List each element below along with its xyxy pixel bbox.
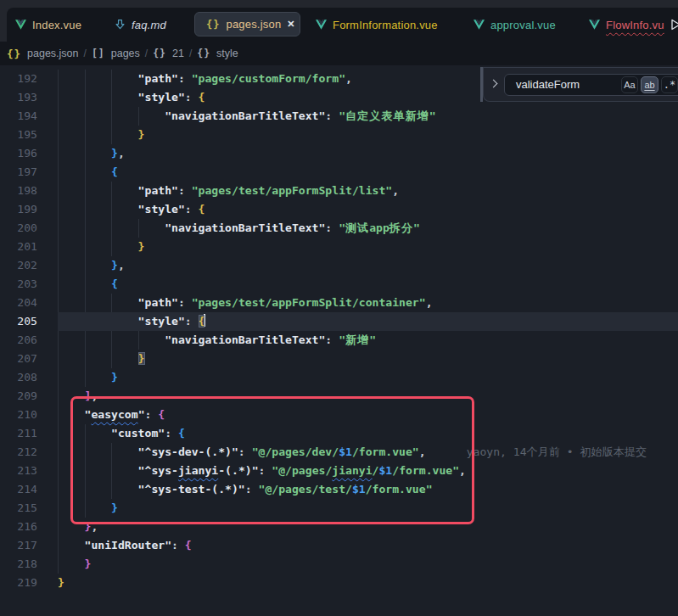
line-number: 213 — [0, 462, 37, 480]
line-number: 201 — [0, 238, 37, 256]
tab-forminformation-vue[interactable]: FormInformation.vue — [316, 8, 438, 42]
json-file-icon: {} — [7, 48, 21, 60]
breadcrumb-separator: / — [84, 48, 87, 59]
match-case-button[interactable]: Aa — [621, 76, 638, 93]
symbol-object-icon: {} — [153, 48, 166, 59]
code-line[interactable]: 195 } — [0, 126, 678, 144]
symbol-array-icon: [] — [92, 48, 105, 59]
line-number: 193 — [0, 88, 37, 107]
code-line[interactable]: 217 "uniIdRouter": { — [0, 536, 678, 555]
code-line[interactable]: 205 "style": { — [0, 312, 678, 331]
line-number: 210 — [0, 406, 37, 424]
line-number: 209 — [0, 387, 37, 406]
code-line[interactable]: 211 "custom": { — [0, 424, 678, 443]
code-line[interactable]: 196 }, — [0, 144, 678, 163]
line-number: 194 — [0, 107, 37, 126]
line-number: 214 — [0, 480, 37, 499]
line-number: 215 — [0, 499, 37, 518]
code-line[interactable]: 202 }, — [0, 256, 678, 275]
line-number: 216 — [0, 518, 37, 536]
vue-icon — [473, 20, 485, 30]
code-line[interactable]: 207 } — [0, 350, 678, 368]
line-number: 218 — [0, 555, 37, 574]
markdown-arrow-icon — [115, 19, 126, 31]
close-icon[interactable]: ✕ — [287, 20, 294, 29]
code-line[interactable]: 214 "^sys-test-(.*)": "@/pages/test/$1/f… — [0, 480, 678, 499]
tab-flowinfo-vue[interactable]: FlowInfo.vu — [589, 8, 664, 42]
code-line[interactable]: 210 "easycom": { — [0, 406, 678, 424]
tab-label: faq.md — [132, 19, 166, 31]
breadcrumb-separator: / — [189, 48, 192, 59]
tab-pages-json[interactable]: {} pages.json ✕ — [194, 12, 300, 36]
breadcrumb: {} pages.json / [] pages / {} 21 / {} st… — [0, 42, 678, 65]
code-line[interactable]: 212 "^sys-dev-(.*)": "@/pages/dev/$1/for… — [0, 443, 678, 462]
line-number: 200 — [0, 219, 37, 238]
breadcrumb-item-style[interactable]: style — [216, 48, 238, 59]
text-cursor — [204, 314, 205, 327]
find-widget: validateForm Aa ab .* — [480, 67, 678, 102]
find-input[interactable]: validateForm Aa ab .* — [504, 74, 678, 96]
line-number: 206 — [0, 331, 37, 350]
line-number: 208 — [0, 368, 37, 387]
code-editor[interactable]: 192 "path": "pages/customForm/form",193 … — [0, 65, 678, 616]
tab-index-vue[interactable]: Index.vue — [15, 8, 81, 42]
code-line[interactable]: 197 { — [0, 163, 678, 182]
code-line[interactable]: 213 "^sys-jianyi-(.*)": "@/pages/jianyi/… — [0, 462, 678, 480]
code-line[interactable]: 208 } — [0, 368, 678, 387]
find-input-value: validateForm — [516, 78, 580, 91]
code-line[interactable]: 204 "path": "pages/test/appFormSplit/con… — [0, 294, 678, 312]
line-number: 205 — [0, 312, 37, 331]
code-line[interactable]: 194 "navigationBarTitleText": "自定义表单新增" — [0, 107, 678, 126]
line-number: 195 — [0, 126, 37, 144]
line-number: 203 — [0, 275, 37, 294]
breadcrumb-item-21[interactable]: 21 — [172, 48, 184, 59]
code-line[interactable]: 216 }, — [0, 518, 678, 536]
git-blame-annotation: yaoyn, 14个月前 • 初始版本提交 — [426, 445, 647, 458]
tab-faq-md[interactable]: faq.md — [115, 8, 166, 42]
tab-approval-vue[interactable]: approval.vue — [473, 8, 556, 42]
line-number: 217 — [0, 536, 37, 555]
regex-button[interactable]: .* — [661, 76, 678, 93]
line-number: 197 — [0, 163, 37, 182]
vue-icon — [589, 20, 600, 30]
tab-label: FormInformation.vue — [333, 19, 438, 31]
code-line[interactable]: 198 "path": "pages/test/appFormSplit/lis… — [0, 182, 678, 200]
line-number: 192 — [0, 70, 37, 88]
line-number: 212 — [0, 443, 37, 462]
code-line[interactable]: 206 "navigationBarTitleText": "新增" — [0, 331, 678, 350]
code-lines: 192 "path": "pages/customForm/form",193 … — [0, 65, 678, 592]
code-line[interactable]: 200 "navigationBarTitleText": "测试app拆分" — [0, 219, 678, 238]
line-number: 219 — [0, 574, 37, 592]
vue-icon — [15, 20, 26, 30]
tab-label: pages.json — [226, 18, 281, 31]
breadcrumb-item-pages[interactable]: pages — [111, 48, 140, 59]
whole-word-button[interactable]: ab — [641, 76, 658, 93]
line-number: 198 — [0, 182, 37, 200]
line-number: 199 — [0, 200, 37, 219]
run-icon[interactable] — [669, 18, 678, 35]
tab-label: approval.vue — [490, 19, 556, 31]
tab-label: Index.vue — [32, 19, 81, 31]
code-line[interactable]: 209 ], — [0, 387, 678, 406]
line-number: 207 — [0, 350, 37, 368]
tab-label: FlowInfo.vu — [606, 19, 664, 31]
breadcrumb-separator: / — [145, 48, 148, 59]
line-number: 211 — [0, 424, 37, 443]
breadcrumb-item-file[interactable]: pages.json — [27, 48, 78, 59]
code-line[interactable]: 219} — [0, 574, 678, 592]
code-line[interactable]: 201 } — [0, 238, 678, 256]
json-braces-icon: {} — [206, 19, 220, 31]
tab-bar: Index.vue faq.md {} pages.json ✕ FormInf… — [7, 8, 678, 42]
vue-icon — [316, 20, 327, 30]
line-number: 204 — [0, 294, 37, 312]
code-line[interactable]: 218 } — [0, 555, 678, 574]
line-number: 196 — [0, 144, 37, 163]
code-line[interactable]: 215 } — [0, 499, 678, 518]
line-number: 202 — [0, 256, 37, 275]
code-line[interactable]: 203 { — [0, 275, 678, 294]
symbol-object-icon: {} — [197, 48, 210, 59]
code-line[interactable]: 199 "style": { — [0, 200, 678, 219]
